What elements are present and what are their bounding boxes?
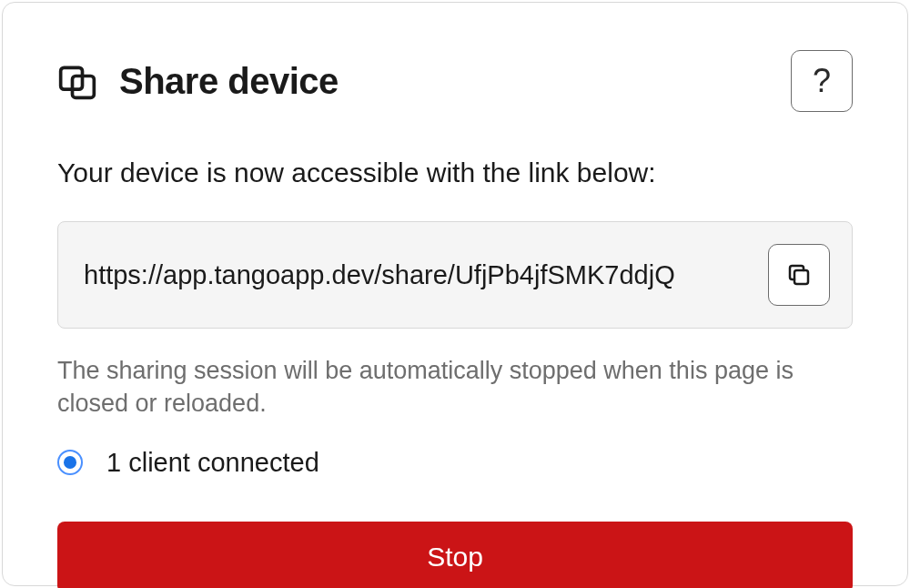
stop-button-label: Stop [427, 542, 483, 572]
session-note: The sharing session will be automaticall… [57, 354, 853, 421]
connection-status: 1 client connected [57, 448, 853, 478]
header-row: Share device ? [57, 50, 853, 112]
share-link-box: https://app.tangoapp.dev/share/UfjPb4jfS… [57, 221, 853, 329]
help-button[interactable]: ? [791, 50, 853, 112]
page-title: Share device [119, 61, 339, 102]
title-group: Share device [57, 61, 339, 102]
stop-button[interactable]: Stop [57, 522, 853, 588]
share-description: Your device is now accessible with the l… [57, 157, 853, 188]
share-device-card: Share device ? Your device is now access… [2, 2, 908, 586]
status-indicator-icon [57, 450, 83, 475]
copy-link-button[interactable] [768, 244, 830, 306]
help-icon: ? [813, 62, 831, 100]
svg-rect-2 [794, 270, 808, 284]
share-url: https://app.tangoapp.dev/share/UfjPb4jfS… [84, 260, 675, 290]
copy-icon [785, 261, 813, 289]
status-text: 1 client connected [106, 448, 319, 478]
devices-icon [57, 61, 97, 101]
